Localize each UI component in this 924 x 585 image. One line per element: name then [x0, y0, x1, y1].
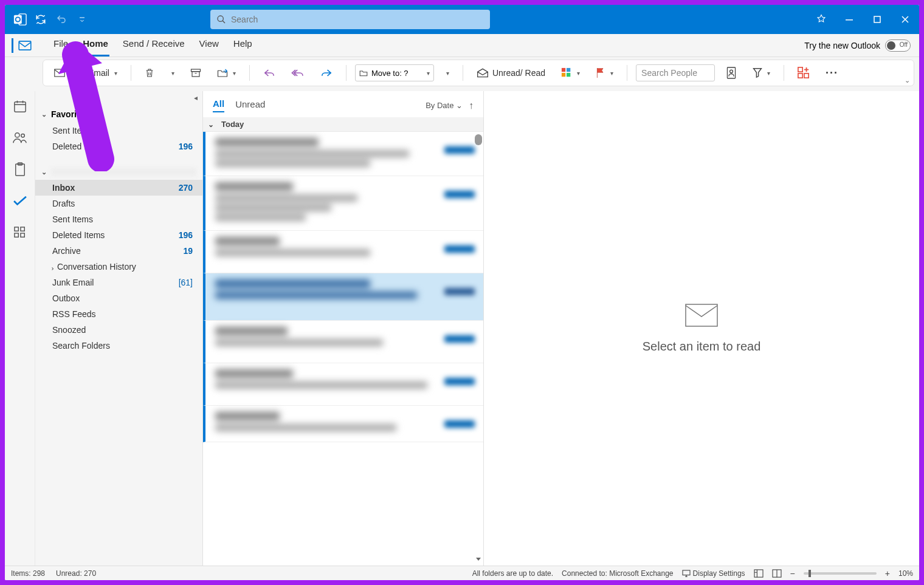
- minimize-button[interactable]: [835, 5, 863, 34]
- svg-rect-6: [19, 41, 31, 49]
- account-header[interactable]: ⌄: [35, 164, 202, 180]
- move-to-dropdown[interactable]: ▾: [440, 63, 454, 83]
- zoom-slider[interactable]: [804, 572, 877, 575]
- folder-fav-sent[interactable]: Sent Items: [35, 123, 202, 139]
- outlook-icon: [13, 13, 27, 26]
- coming-soon-icon[interactable]: [807, 5, 835, 34]
- svg-rect-16: [798, 67, 802, 72]
- svg-rect-7: [55, 69, 65, 77]
- folder-outbox[interactable]: Outbox: [35, 290, 202, 306]
- display-settings-button[interactable]: Display Settings: [682, 569, 745, 578]
- svg-rect-26: [14, 233, 18, 237]
- message-item[interactable]: [203, 176, 483, 231]
- maximize-button[interactable]: [863, 5, 891, 34]
- tab-view[interactable]: View: [198, 35, 220, 56]
- nav-people[interactable]: [11, 129, 29, 147]
- sync-icon[interactable]: [34, 13, 47, 26]
- folder-count: 196: [179, 142, 193, 151]
- message-item[interactable]: [203, 363, 483, 406]
- try-new-outlook-toggle[interactable]: Off: [885, 39, 911, 52]
- favorites-header[interactable]: ⌄ Favorites: [35, 106, 202, 123]
- sort-direction-button[interactable]: ↑: [469, 100, 474, 111]
- msgtab-unread[interactable]: Unread: [235, 99, 265, 112]
- tab-send-receive[interactable]: Send / Receive: [122, 35, 186, 56]
- folder-fav-deleted[interactable]: Deleted Items 196: [35, 139, 202, 154]
- zoom-out-button[interactable]: −: [790, 569, 795, 578]
- filter-button[interactable]: ▾: [748, 63, 775, 83]
- view-normal-button[interactable]: [754, 569, 764, 578]
- message-item[interactable]: [203, 406, 483, 442]
- view-reading-button[interactable]: [772, 569, 782, 578]
- folder-label: Conversation History: [57, 262, 136, 272]
- delete-button[interactable]: [140, 63, 159, 83]
- message-item[interactable]: [203, 321, 483, 363]
- zoom-percent[interactable]: 10%: [898, 569, 913, 578]
- status-sync: All folders are up to date.: [472, 569, 553, 578]
- chevron-down-icon: ▾: [114, 70, 117, 77]
- forward-button[interactable]: [315, 63, 337, 83]
- archive-button[interactable]: [185, 63, 206, 83]
- message-item[interactable]: [203, 231, 483, 273]
- address-book-button[interactable]: [721, 63, 742, 83]
- nav-tasks[interactable]: [11, 160, 29, 179]
- folder-label: Sent Items: [52, 214, 93, 224]
- folder-snoozed[interactable]: Snoozed: [35, 322, 202, 338]
- msgtab-all[interactable]: All: [213, 98, 224, 112]
- apps-grid-icon: [14, 227, 26, 239]
- svg-rect-25: [20, 227, 24, 231]
- tab-home[interactable]: Home: [81, 35, 109, 56]
- zoom-in-button[interactable]: +: [885, 569, 890, 578]
- reply-all-button[interactable]: [286, 63, 309, 83]
- search-input[interactable]: [231, 15, 484, 24]
- flag-button[interactable]: ▾: [591, 63, 618, 83]
- close-button[interactable]: [891, 5, 919, 34]
- delete-dropdown[interactable]: ▾: [165, 63, 179, 83]
- people-icon: [13, 131, 27, 145]
- nav-calendar[interactable]: [11, 97, 29, 115]
- status-unread: Unread: 270: [56, 569, 96, 578]
- folder-conversation-history[interactable]: ⌄ Conversation History: [35, 259, 202, 275]
- sort-by-date[interactable]: By Date ⌄: [426, 101, 463, 110]
- folder-label: Archive: [52, 246, 81, 256]
- qat-dropdown-icon[interactable]: [75, 13, 89, 26]
- unread-read-button[interactable]: Unread/ Read: [472, 63, 550, 83]
- undo-icon[interactable]: [55, 13, 68, 26]
- more-button[interactable]: ···: [821, 63, 843, 83]
- tab-file[interactable]: File: [52, 35, 69, 56]
- msg-group-today[interactable]: ⌄ Today: [203, 117, 483, 132]
- folder-archive[interactable]: Archive 19: [35, 243, 202, 259]
- nav-more-apps[interactable]: [11, 224, 29, 242]
- folder-junk[interactable]: Junk Email [61]: [35, 275, 202, 290]
- folder-deleted[interactable]: Deleted Items 196: [35, 227, 202, 243]
- get-addins-button[interactable]: [793, 63, 815, 83]
- message-item[interactable]: [203, 132, 483, 176]
- folder-drafts[interactable]: Drafts: [35, 196, 202, 211]
- menu-bar: File Home Send / Receive View Help Try t…: [5, 34, 919, 57]
- move-button[interactable]: ▾: [212, 63, 241, 83]
- folder-inbox[interactable]: Inbox 270: [35, 180, 202, 196]
- folder-label: RSS Feeds: [52, 309, 96, 319]
- search-box[interactable]: [210, 10, 490, 29]
- nav-todo[interactable]: [11, 192, 29, 210]
- message-item-selected[interactable]: [203, 273, 483, 321]
- svg-rect-22: [15, 164, 24, 176]
- folder-pane-collapse[interactable]: ◂: [35, 91, 202, 104]
- scroll-down-icon[interactable]: [475, 556, 482, 563]
- folder-rss[interactable]: RSS Feeds: [35, 306, 202, 322]
- ribbon-expand-chevron[interactable]: ⌄: [905, 77, 910, 84]
- reply-button[interactable]: [258, 63, 280, 83]
- forward-icon: [320, 68, 333, 78]
- new-email-button[interactable]: New Email ▾: [49, 63, 122, 83]
- move-to-combo[interactable]: Move to: ? ▾: [355, 64, 434, 81]
- folder-search-folders[interactable]: Search Folders: [35, 338, 202, 354]
- folder-label: Outbox: [52, 293, 80, 303]
- envelope-open-icon: [477, 68, 489, 78]
- categorize-button[interactable]: ▾: [556, 63, 585, 83]
- nav-mail-indicator[interactable]: [12, 38, 36, 53]
- tab-help[interactable]: Help: [232, 35, 253, 56]
- folder-icon: [359, 69, 368, 77]
- search-people-input[interactable]: Search People: [636, 64, 715, 81]
- clipboard-icon: [14, 162, 26, 177]
- nav-rail: [5, 91, 35, 566]
- folder-sent[interactable]: Sent Items: [35, 211, 202, 227]
